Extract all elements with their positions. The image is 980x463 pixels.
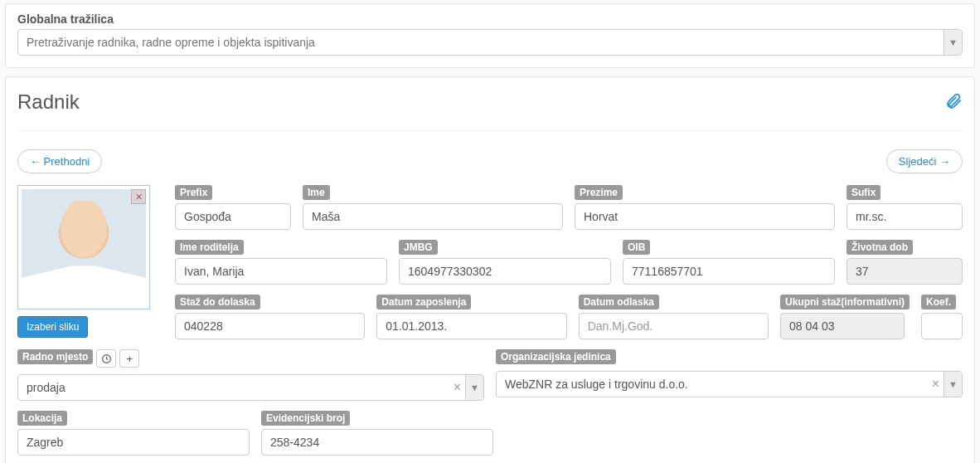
zap-label: Datum zaposlenja xyxy=(376,295,471,309)
prefix-label: Prefix xyxy=(175,185,212,200)
radno-mjesto-label: Radno mjesto xyxy=(17,349,93,364)
ime-input[interactable] xyxy=(303,203,563,230)
org-input[interactable] xyxy=(496,371,963,397)
chevron-down-icon[interactable]: ▼ xyxy=(944,372,962,397)
roditelj-label: Ime roditelja xyxy=(175,240,244,255)
zap-input[interactable] xyxy=(376,313,566,339)
sufix-label: Sufix xyxy=(847,185,881,200)
worker-panel: Radnik ← Prethodni Sljedeći → ✕ Izaberi … xyxy=(5,76,975,463)
prefix-input[interactable] xyxy=(175,203,291,230)
global-search-panel: Globalna tražilica ▼ xyxy=(5,3,975,68)
clear-icon[interactable]: × xyxy=(454,374,461,401)
ukstaz-input xyxy=(780,313,905,339)
worker-photo xyxy=(22,189,146,305)
oib-input[interactable] xyxy=(623,258,835,285)
choose-image-button[interactable]: Izaberi sliku xyxy=(17,316,88,338)
chevron-down-icon[interactable]: ▼ xyxy=(944,30,962,55)
prezime-label: Prezime xyxy=(575,185,623,200)
photo-column: ✕ Izaberi sliku xyxy=(17,185,165,339)
ime-label: Ime xyxy=(303,185,330,200)
radno-mjesto-input[interactable] xyxy=(17,374,484,401)
roditelj-input[interactable] xyxy=(175,258,387,285)
jmbg-input[interactable] xyxy=(399,258,611,285)
chevron-down-icon[interactable]: ▼ xyxy=(465,375,483,400)
koef-input[interactable] xyxy=(921,313,963,339)
odl-label: Datum odlaska xyxy=(579,295,659,309)
org-label: Organizacijska jedinica xyxy=(496,349,616,364)
dob-label: Životna dob xyxy=(847,240,913,255)
clear-icon[interactable]: × xyxy=(932,371,939,397)
close-icon[interactable]: ✕ xyxy=(131,189,146,204)
jmbg-label: JMBG xyxy=(399,240,438,255)
oib-label: OIB xyxy=(623,240,650,255)
page-title: Radnik xyxy=(17,90,80,114)
global-search-combo[interactable]: ▼ xyxy=(17,29,963,56)
koef-label: Koef. xyxy=(921,295,956,309)
radno-mjesto-combo[interactable]: × ▼ xyxy=(17,374,484,401)
dob-input xyxy=(847,258,963,285)
history-icon[interactable] xyxy=(96,349,116,368)
evid-input[interactable] xyxy=(261,429,493,456)
paperclip-icon[interactable] xyxy=(944,92,963,115)
staz-label: Staž do dolaska xyxy=(175,295,260,309)
lokacija-input[interactable] xyxy=(17,429,250,456)
odl-input[interactable] xyxy=(579,313,769,339)
prezime-input[interactable] xyxy=(575,203,835,230)
photo-frame: ✕ xyxy=(17,185,150,309)
global-search-label: Globalna tražilica xyxy=(17,12,963,26)
next-button[interactable]: Sljedeći → xyxy=(886,149,963,173)
evid-label: Evidencijski broj xyxy=(261,411,350,426)
global-search-input[interactable] xyxy=(17,29,963,56)
org-combo[interactable]: × ▼ xyxy=(496,371,963,397)
ukstaz-label: Ukupni staž(informativni) xyxy=(780,295,910,309)
prev-button[interactable]: ← Prethodni xyxy=(17,149,102,173)
sufix-input[interactable] xyxy=(847,203,963,230)
staz-input[interactable] xyxy=(175,313,365,339)
lokacija-label: Lokacija xyxy=(17,411,67,426)
plus-icon[interactable]: + xyxy=(119,349,139,368)
